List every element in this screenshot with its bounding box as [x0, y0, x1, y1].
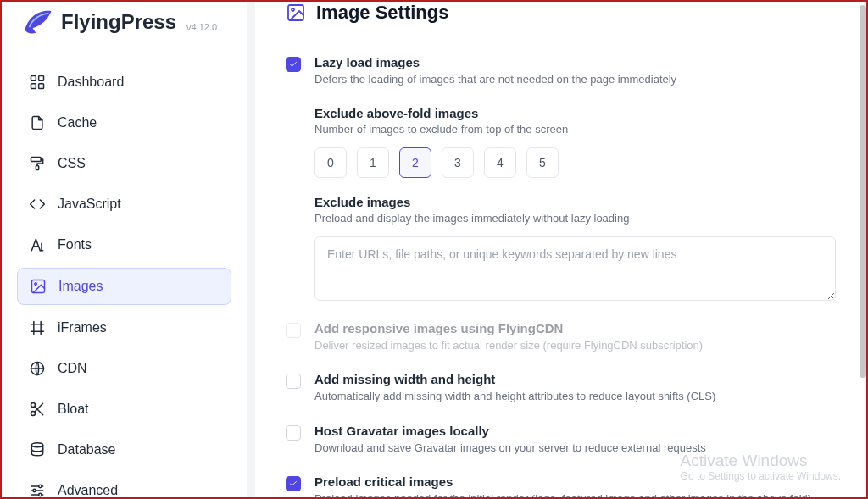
nav-label: Bloat [58, 402, 88, 417]
option-desc: Automatically add missing width and heig… [314, 389, 836, 404]
sidebar-item-fonts[interactable]: Fonts [17, 227, 231, 263]
sidebar-item-advanced[interactable]: Advanced [17, 473, 231, 497]
sidebar-item-css[interactable]: CSS [17, 146, 231, 181]
checkbox-add-dimensions[interactable] [286, 374, 301, 389]
option-desc: Preload images needed for the initial re… [314, 491, 836, 497]
checkbox-responsive-images [286, 323, 301, 338]
sidebar-item-iframes[interactable]: iFrames [17, 310, 231, 346]
option-preload-critical: Preload critical images Preload images n… [286, 474, 836, 497]
svg-rect-2 [31, 84, 36, 89]
globe-icon [29, 360, 46, 377]
checkbox-preload-critical[interactable] [286, 476, 301, 491]
svg-point-12 [39, 485, 42, 487]
brand-name: FlyingPress [61, 10, 176, 34]
scissors-icon [29, 401, 46, 418]
sidebar-item-images[interactable]: Images [17, 268, 231, 305]
sidebar-item-database[interactable]: Database [17, 432, 231, 468]
checkbox-lazy-load[interactable] [286, 57, 301, 72]
sidebar-item-bloat[interactable]: Bloat [17, 391, 231, 427]
nav: Dashboard Cache CSS JavaScript Fonts [17, 64, 231, 497]
option-title: Exclude images [314, 195, 836, 209]
option-title: Lazy load images [314, 55, 836, 69]
page-header: Image Settings [286, 2, 836, 36]
option-lazy-load: Lazy load images Defers the loading of i… [286, 55, 836, 87]
database-icon [29, 441, 46, 458]
font-icon [29, 236, 46, 253]
option-responsive-images: Add responsive images using FlyingCDN De… [286, 321, 836, 353]
svg-point-7 [35, 283, 37, 286]
option-title: Add missing width and height [314, 372, 836, 386]
fold-option-3[interactable]: 3 [442, 147, 474, 178]
code-icon [29, 196, 46, 213]
exclude-images-input[interactable] [314, 236, 836, 301]
option-desc: Deliver resized images to fit actual ren… [314, 338, 836, 353]
nav-label: Cache [58, 115, 97, 130]
dashboard-icon [29, 74, 46, 91]
sidebar: FlyingPress v4.12.0 Dashboard Cache CSS [2, 2, 248, 497]
option-add-dimensions: Add missing width and height Automatical… [286, 372, 836, 404]
frame-icon [29, 319, 46, 336]
number-selector: 0 1 2 3 4 5 [314, 147, 836, 178]
brand-logo-icon [19, 3, 56, 41]
option-host-gravatar: Host Gravatar images locally Download an… [286, 424, 836, 456]
sidebar-item-cdn[interactable]: CDN [17, 351, 231, 386]
fold-option-5[interactable]: 5 [526, 147, 559, 178]
option-exclude-images: Exclude images Preload and display the i… [314, 195, 836, 304]
main-panel: Image Settings Lazy load images Defers t… [254, 2, 866, 497]
option-title: Preload critical images [314, 474, 836, 489]
option-title: Exclude above-fold images [314, 106, 836, 120]
sidebar-item-dashboard[interactable]: Dashboard [17, 64, 231, 100]
sidebar-item-javascript[interactable]: JavaScript [17, 186, 231, 222]
option-desc: Defers the loading of images that are no… [314, 72, 836, 87]
svg-rect-1 [39, 76, 44, 81]
svg-point-14 [39, 493, 42, 496]
nav-label: JavaScript [58, 197, 121, 212]
option-desc: Download and save Gravatar images on you… [314, 441, 836, 456]
nav-label: Database [58, 442, 116, 457]
svg-rect-0 [31, 76, 36, 81]
document-icon [29, 114, 46, 131]
page-title: Image Settings [316, 2, 448, 24]
nav-label: Images [58, 279, 103, 294]
image-icon [30, 278, 47, 295]
sidebar-item-cache[interactable]: Cache [17, 105, 231, 141]
fold-option-0[interactable]: 0 [314, 147, 347, 178]
brand: FlyingPress v4.12.0 [19, 2, 231, 41]
scrollbar[interactable] [860, 5, 866, 378]
fold-option-1[interactable]: 1 [357, 147, 389, 178]
svg-point-16 [292, 8, 294, 11]
option-exclude-fold: Exclude above-fold images Number of imag… [314, 106, 836, 178]
nav-label: Advanced [58, 483, 118, 497]
sliders-icon [29, 482, 46, 497]
fold-option-4[interactable]: 4 [484, 147, 516, 178]
svg-rect-3 [39, 84, 44, 89]
fold-option-2[interactable]: 2 [399, 147, 431, 178]
nav-label: iFrames [58, 320, 107, 335]
option-desc: Number of images to exclude from top of … [314, 123, 836, 136]
svg-rect-4 [31, 158, 42, 162]
option-title: Host Gravatar images locally [314, 424, 836, 438]
option-title: Add responsive images using FlyingCDN [314, 321, 836, 335]
image-icon [286, 3, 306, 23]
paint-roller-icon [29, 155, 46, 172]
brand-version: v4.12.0 [186, 22, 217, 32]
svg-point-13 [33, 489, 36, 491]
nav-label: Fonts [58, 237, 92, 252]
option-desc: Preload and display the images immediate… [314, 212, 836, 225]
nav-label: Dashboard [58, 75, 124, 90]
svg-point-11 [31, 443, 42, 447]
nav-label: CDN [58, 361, 87, 376]
checkbox-host-gravatar[interactable] [286, 425, 301, 441]
nav-label: CSS [58, 156, 86, 171]
svg-rect-5 [36, 166, 38, 170]
